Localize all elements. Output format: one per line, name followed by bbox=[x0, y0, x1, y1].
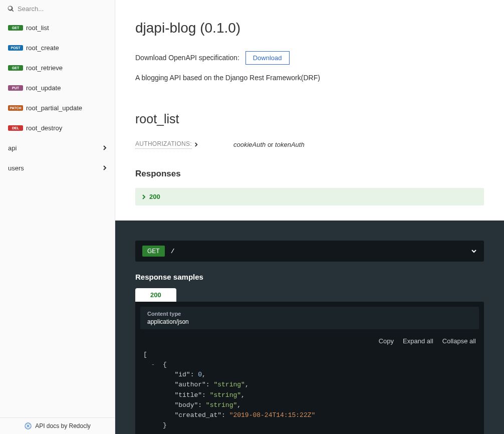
code-block: [ - { "id": 0, "author": "string", "titl… bbox=[135, 348, 484, 434]
download-button[interactable]: Download bbox=[245, 51, 290, 65]
copy-button[interactable]: Copy bbox=[379, 337, 394, 345]
collapse-toggle-icon[interactable]: - bbox=[151, 361, 155, 368]
nav-item-root-list[interactable]: GET root_list bbox=[0, 18, 115, 38]
method-badge: GET bbox=[8, 65, 23, 71]
nav: GET root_list POST root_create GET root_… bbox=[0, 18, 115, 417]
nav-label: root_list bbox=[26, 24, 49, 32]
method-badge: GET bbox=[8, 25, 23, 31]
nav-label: root_retrieve bbox=[26, 64, 63, 72]
nav-label: users bbox=[8, 164, 24, 172]
content-type-value: application/json bbox=[147, 318, 472, 325]
expand-all-button[interactable]: Expand all bbox=[403, 337, 433, 345]
search-icon bbox=[8, 6, 14, 12]
chevron-right-icon[interactable] bbox=[194, 142, 198, 147]
operation-title: root_list bbox=[135, 112, 484, 126]
footer-text: API docs by Redocly bbox=[35, 422, 91, 429]
search-input[interactable] bbox=[5, 3, 110, 15]
responses-heading: Responses bbox=[135, 169, 484, 179]
code-actions: Copy Expand all Collapse all bbox=[135, 334, 484, 348]
method-badge: PUT bbox=[8, 85, 23, 91]
nav-group-users[interactable]: users bbox=[0, 158, 115, 178]
nav-label: api bbox=[8, 144, 17, 152]
nav-item-root-destroy[interactable]: DEL root_destroy bbox=[0, 118, 115, 138]
nav-label: root_update bbox=[26, 84, 61, 92]
nav-item-root-retrieve[interactable]: GET root_retrieve bbox=[0, 58, 115, 78]
endpoint-path: / bbox=[171, 248, 175, 255]
chevron-down-icon bbox=[471, 248, 477, 254]
content-type-label: Content type bbox=[147, 311, 472, 317]
chevron-right-icon bbox=[141, 194, 146, 199]
download-row: Download OpenAPI specification: Download bbox=[135, 51, 484, 65]
response-code: 200 bbox=[149, 193, 160, 200]
redocly-icon bbox=[24, 422, 32, 430]
sample-tab-200[interactable]: 200 bbox=[135, 288, 176, 302]
content: djapi-blog (0.1.0) Download OpenAPI spec… bbox=[115, 0, 504, 434]
api-description: A blogging API based on the Django Rest … bbox=[135, 74, 484, 82]
sidebar: GET root_list POST root_create GET root_… bbox=[0, 0, 115, 434]
method-badge: POST bbox=[8, 45, 23, 51]
nav-group-api[interactable]: api bbox=[0, 138, 115, 158]
endpoint-bar[interactable]: GET / bbox=[135, 241, 484, 262]
download-label: Download OpenAPI specification: bbox=[135, 54, 239, 62]
nav-item-root-update[interactable]: PUT root_update bbox=[0, 78, 115, 98]
nav-label: root_partial_update bbox=[26, 104, 82, 112]
page-title: djapi-blog (0.1.0) bbox=[135, 20, 484, 36]
light-section: djapi-blog (0.1.0) Download OpenAPI spec… bbox=[115, 0, 504, 221]
method-badge: PATCH bbox=[8, 105, 23, 111]
response-200[interactable]: 200 bbox=[135, 188, 484, 205]
collapse-all-button[interactable]: Collapse all bbox=[442, 337, 476, 345]
nav-label: root_create bbox=[26, 44, 59, 52]
footer: API docs by Redocly bbox=[0, 417, 115, 434]
nav-item-root-create[interactable]: POST root_create bbox=[0, 38, 115, 58]
authorizations-row: AUTHORIZATIONS: cookieAuth or tokenAuth bbox=[135, 140, 484, 149]
dark-section: GET / Response samples 200 Content type … bbox=[115, 221, 504, 434]
search-box bbox=[0, 0, 115, 18]
nav-item-root-partial-update[interactable]: PATCH root_partial_update bbox=[0, 98, 115, 118]
nav-label: root_destroy bbox=[26, 124, 62, 132]
endpoint-method: GET bbox=[142, 246, 165, 257]
auth-label: AUTHORIZATIONS: bbox=[135, 140, 192, 149]
sample-body: Content type application/json Copy Expan… bbox=[135, 302, 484, 434]
content-type-bar[interactable]: Content type application/json bbox=[140, 307, 479, 329]
auth-values: cookieAuth or tokenAuth bbox=[233, 141, 305, 148]
method-badge: DEL bbox=[8, 125, 23, 131]
chevron-right-icon bbox=[102, 145, 107, 150]
chevron-right-icon bbox=[102, 165, 107, 170]
samples-heading: Response samples bbox=[135, 273, 484, 281]
